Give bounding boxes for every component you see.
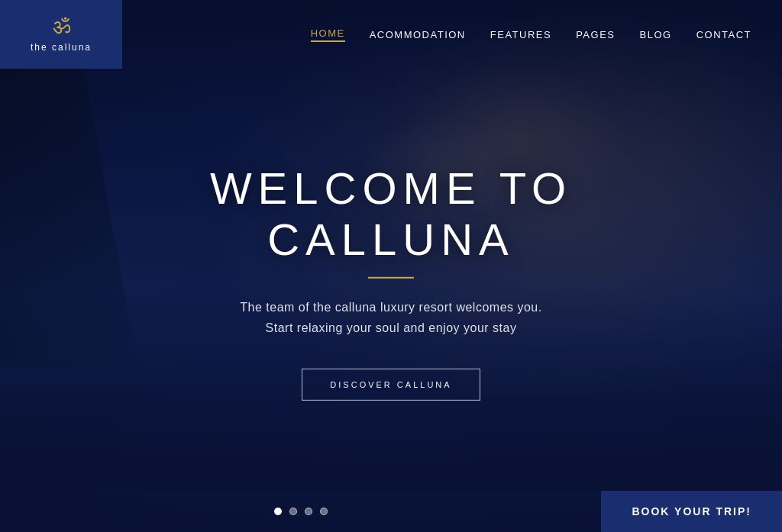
header: ॐ the calluna HOME ACOMMODATION FEATURES…: [0, 0, 782, 69]
hero-subtitle: The team of the calluna luxury resort we…: [86, 296, 696, 337]
book-trip-button[interactable]: BOOK YOUR TRIP!: [601, 491, 782, 532]
nav-home[interactable]: HOME: [311, 27, 345, 42]
bottom-bar: BOOK YOUR TRIP!: [0, 491, 782, 532]
logo-text: the calluna: [31, 42, 92, 53]
slider-dots: [0, 508, 601, 515]
hero-section: ॐ the calluna HOME ACOMMODATION FEATURES…: [0, 0, 782, 532]
logo-box[interactable]: ॐ the calluna: [0, 0, 122, 69]
nav-pages[interactable]: PAGES: [576, 29, 615, 40]
nav-blog[interactable]: BLOG: [640, 29, 672, 40]
logo-symbol: ॐ: [53, 16, 70, 37]
slide-dot-3[interactable]: [305, 508, 312, 515]
nav-contact[interactable]: CONTACT: [696, 29, 751, 40]
slide-dot-2[interactable]: [289, 508, 297, 515]
hero-title: WELCOME TO CALLUNA: [86, 162, 696, 264]
cta-button[interactable]: DISCOVER CALLUNA: [302, 369, 480, 401]
slide-dot-1[interactable]: [274, 508, 282, 515]
nav-accommodation[interactable]: ACOMMODATION: [370, 29, 466, 40]
slide-dot-4[interactable]: [320, 508, 328, 515]
hero-subtitle-line1: The team of the calluna luxury resort we…: [240, 300, 541, 313]
hero-subtitle-line2: Start relaxing your soul and enjoy your …: [266, 321, 517, 334]
nav-features[interactable]: FEATURES: [490, 29, 551, 40]
main-nav: HOME ACOMMODATION FEATURES PAGES BLOG CO…: [122, 0, 782, 69]
hero-content: WELCOME TO CALLUNA The team of the callu…: [86, 162, 696, 400]
hero-divider: [368, 276, 414, 278]
